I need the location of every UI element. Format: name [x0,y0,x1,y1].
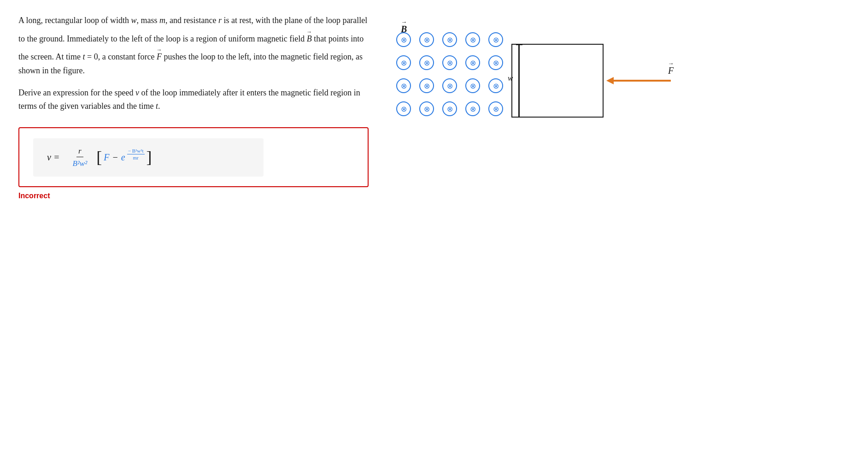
expr-F: F [104,152,109,163]
minus-sign: − [113,152,118,163]
svg-marker-0 [606,77,614,84]
x-symbol-3-3: ⊗ [442,78,457,93]
vec-B-inline: →B [307,28,312,46]
fraction-r-over-B2w2: r B²w² [70,147,89,168]
answer-inner: v = r B²w² [ F − e − [33,138,264,177]
x-symbol-3-4: ⊗ [465,78,480,93]
x-symbol-2-3: ⊗ [442,55,457,70]
force-arrow-container [606,76,671,85]
problem-paragraph-1: A long, rectangular loop of width w, mas… [18,14,369,78]
x-symbol-2-4: ⊗ [465,55,480,70]
x-symbol-4-4: ⊗ [465,101,480,116]
exponent-fraction: − B²w²t mr [127,148,145,160]
bracket-close: ] [147,149,152,165]
svg-rect-1 [614,80,671,82]
x-symbol-3-2: ⊗ [419,78,434,93]
B2w2-denom: B²w² [72,159,87,168]
x-symbol-4-1: ⊗ [396,101,411,116]
fraction-denominator: B²w² [70,158,89,168]
var-m: m [159,16,165,25]
var-r: r [218,16,222,25]
loop-rectangle [511,44,604,118]
force-arrow-svg [606,76,671,85]
equation-lhs: v = [47,152,59,163]
x-symbol-1-3: ⊗ [442,32,457,47]
var-v-inline: v [135,88,139,97]
vec-F-inline: →F [157,46,162,64]
x-symbol-3-1: ⊗ [396,78,411,93]
sup-denom: mr [132,154,140,160]
bracket-open: [ [96,149,102,165]
sup-numer: − B²w²t [127,148,145,154]
f-label: → F [668,60,674,76]
problem-text: A long, rectangular loop of width w, mas… [18,14,369,113]
answer-box: v = r B²w² [ F − e − [18,127,369,187]
x-symbol-4-5: ⊗ [488,101,503,116]
x-symbol-2-5: ⊗ [488,55,503,70]
x-symbol-1-1: ⊗ [396,32,411,47]
bracket-expression: [ F − e − B²w²t mr ] [96,148,152,167]
fraction-numerator: r [76,147,83,157]
incorrect-label: Incorrect [18,192,369,200]
problem-paragraph-2: Derive an expression for the speed v of … [18,86,369,113]
x-symbol-1-2: ⊗ [419,32,434,47]
left-panel: A long, rectangular loop of width w, mas… [18,14,369,200]
var-t2-inline: t [156,101,158,111]
x-symbol-2-2: ⊗ [419,55,434,70]
x-symbols-grid: ⊗ ⊗ ⊗ ⊗ ⊗ ⊗ ⊗ ⊗ ⊗ ⊗ ⊗ ⊗ ⊗ ⊗ ⊗ ⊗ ⊗ ⊗ [396,32,509,122]
var-w: w [131,16,136,25]
var-t-inline: t [82,52,85,61]
x-symbol-1-5: ⊗ [488,32,503,47]
expr-e: e [121,152,125,163]
x-symbol-3-5: ⊗ [488,78,503,93]
diagram-area: → B ⊗ ⊗ ⊗ ⊗ ⊗ ⊗ ⊗ ⊗ ⊗ ⊗ ⊗ ⊗ [396,18,673,166]
x-symbol-4-2: ⊗ [419,101,434,116]
x-symbol-4-3: ⊗ [442,101,457,116]
x-symbol-2-1: ⊗ [396,55,411,70]
right-panel: → B ⊗ ⊗ ⊗ ⊗ ⊗ ⊗ ⊗ ⊗ ⊗ ⊗ ⊗ ⊗ [396,14,850,166]
x-symbol-1-4: ⊗ [465,32,480,47]
main-layout: A long, rectangular loop of width w, mas… [18,14,850,200]
